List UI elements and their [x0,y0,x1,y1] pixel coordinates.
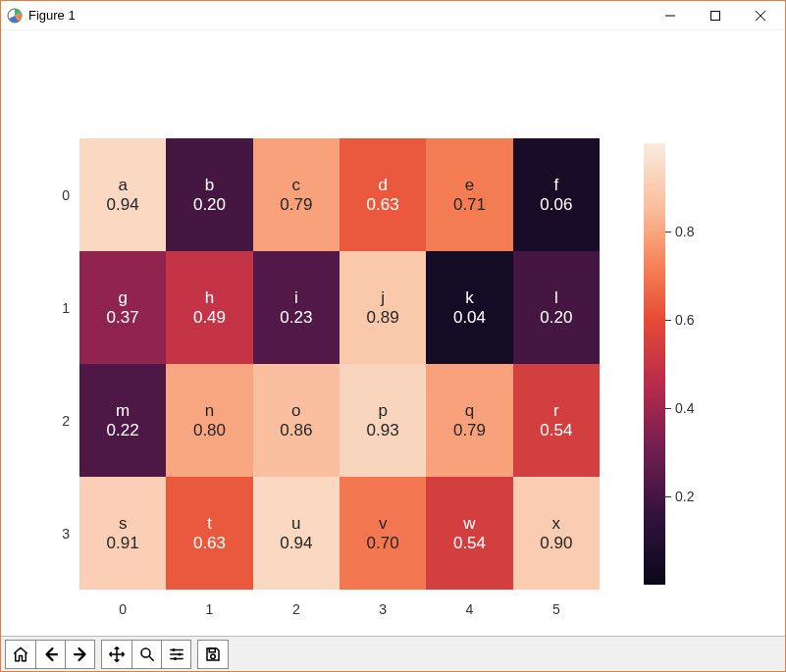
heatmap-cell: q0.79 [426,364,512,477]
cell-label: d [378,176,387,195]
zoom-icon [138,646,156,663]
configure-subplots-button[interactable] [161,641,190,668]
heatmap-cell: s0.91 [79,477,166,590]
home-button[interactable] [6,641,35,668]
cell-value: 0.80 [193,421,226,440]
heatmap-cell: r0.54 [513,364,600,477]
heatmap-cell: u0.94 [253,477,340,590]
heatmap-cell: n0.80 [166,364,252,477]
close-button[interactable] [738,1,783,30]
navigation-toolbar [1,636,785,671]
app-icon [7,8,23,24]
heatmap-cell: t0.63 [166,477,252,590]
cell-label: v [379,514,388,534]
heatmap-cell: l0.20 [513,251,600,364]
save-button[interactable] [198,641,228,668]
cell-label: m [116,401,130,421]
cell-value: 0.54 [540,421,572,440]
cell-value: 0.93 [367,421,399,440]
colorbar: 0.20.40.60.8 [644,143,665,585]
cell-value: 0.89 [367,308,399,328]
y-tick-label: 2 [45,413,70,429]
cell-label: i [294,288,298,308]
cell-value: 0.71 [453,195,486,215]
heatmap-cell: c0.79 [253,138,340,251]
x-tick-label: 1 [206,601,214,617]
cell-label: c [292,176,301,195]
heatmap-cell: w0.54 [426,477,512,590]
colorbar-tick-label: 0.2 [675,489,694,504]
colorbar-tick: 0.4 [665,400,694,416]
heatmap-cell: i0.23 [253,251,340,364]
cell-label: k [465,288,474,308]
forward-button[interactable] [65,641,94,668]
cell-value: 0.79 [453,421,486,440]
cell-label: g [118,288,127,308]
zoom-button[interactable] [131,641,161,668]
heatmap-cell: k0.04 [426,251,512,364]
svg-point-3 [172,648,175,651]
heatmap-cell: a0.94 [79,138,166,251]
move-icon [108,646,126,663]
cell-label: b [205,176,214,195]
cell-value: 0.63 [193,534,226,553]
svg-point-4 [178,652,181,655]
home-icon [12,646,29,663]
colorbar-tick: 0.2 [665,489,694,504]
cell-label: u [291,514,300,534]
heatmap-cell: o0.86 [253,364,340,477]
svg-point-5 [174,657,177,660]
cell-value: 0.49 [193,308,226,328]
y-tick-label: 1 [45,300,70,316]
cell-value: 0.23 [280,308,312,328]
heatmap-cell: b0.20 [166,138,252,251]
y-tick-label: 3 [45,526,70,542]
cell-label: x [552,514,561,534]
heatmap-cell: x0.90 [513,477,600,590]
heatmap-cell: e0.71 [426,138,512,251]
cell-label: t [207,514,212,534]
svg-point-7 [211,654,216,659]
cell-value: 0.06 [540,195,572,215]
x-tick-label: 0 [119,601,127,617]
colorbar-tick-label: 0.8 [675,224,694,239]
cell-value: 0.86 [280,421,312,440]
cell-label: l [554,288,558,308]
back-button[interactable] [35,641,65,668]
heatmap-cell: v0.70 [340,477,426,590]
heatmap-axes: a0.94b0.20c0.79d0.63e0.71f0.06g0.37h0.49… [79,138,600,590]
cell-value: 0.63 [367,195,399,215]
cell-value: 0.37 [107,308,139,328]
x-tick-label: 5 [552,601,560,617]
cell-label: q [465,401,474,421]
cell-label: e [465,176,474,195]
cell-label: s [119,514,128,534]
arrow-left-icon [42,646,60,663]
figure-canvas[interactable]: a0.94b0.20c0.79d0.63e0.71f0.06g0.37h0.49… [1,30,785,636]
maximize-button[interactable] [693,1,738,30]
pan-button[interactable] [102,641,131,668]
window-title: Figure 1 [28,8,76,23]
sliders-icon [168,646,185,663]
arrow-right-icon [72,646,89,663]
cell-label: j [381,288,385,308]
cell-value: 0.94 [280,534,312,553]
colorbar-tick: 0.6 [665,312,694,328]
minimize-button[interactable] [648,1,693,30]
heatmap-cell: j0.89 [340,251,426,364]
heatmap-cell: f0.06 [513,138,600,251]
svg-rect-6 [209,648,215,652]
cell-value: 0.91 [107,534,139,553]
x-tick-label: 3 [379,601,387,617]
cell-value: 0.20 [540,308,572,328]
cell-value: 0.70 [367,534,399,553]
cell-label: a [118,176,127,195]
cell-value: 0.94 [107,195,139,215]
cell-value: 0.04 [453,308,486,328]
cell-value: 0.79 [280,195,312,215]
cell-label: r [553,401,559,421]
colorbar-tick-label: 0.4 [675,400,694,416]
cell-label: h [205,288,214,308]
cell-label: f [553,176,558,195]
cell-label: p [378,401,387,421]
